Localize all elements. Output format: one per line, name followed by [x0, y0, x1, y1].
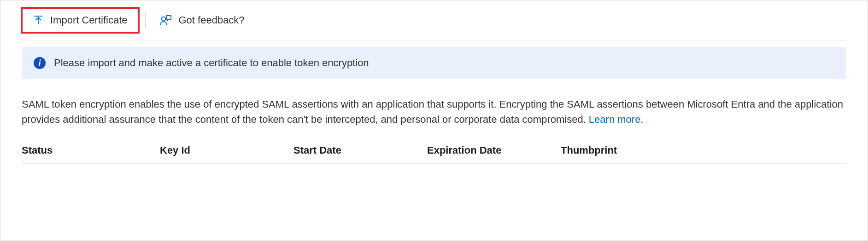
info-icon: i	[34, 57, 46, 69]
import-certificate-highlight: Import Certificate	[21, 7, 140, 34]
description-text: SAML token encryption enables the use of…	[22, 97, 846, 127]
column-header-expiration-date: Expiration Date	[427, 144, 561, 156]
column-header-key-id: Key Id	[160, 144, 293, 156]
feedback-person-icon	[159, 14, 172, 27]
svg-point-2	[161, 17, 165, 21]
import-certificate-label: Import Certificate	[50, 14, 128, 26]
column-header-start-date: Start Date	[293, 144, 427, 156]
info-message-text: Please import and make active a certific…	[54, 57, 369, 69]
learn-more-link[interactable]: Learn more.	[589, 114, 644, 125]
feedback-label: Got feedback?	[179, 14, 245, 26]
toolbar-separator	[145, 12, 146, 29]
column-header-thumbprint: Thumbprint	[561, 144, 846, 156]
command-bar: Import Certificate Got feedback?	[22, 0, 846, 40]
info-message-box: i Please import and make active a certif…	[22, 47, 846, 79]
feedback-button[interactable]: Got feedback?	[151, 9, 253, 31]
token-encryption-panel: Import Certificate Got feedback? i Pleas…	[0, 0, 868, 241]
content-area: i Please import and make active a certif…	[0, 40, 868, 164]
upload-arrow-icon	[33, 15, 44, 26]
description-body: SAML token encryption enables the use of…	[22, 98, 843, 125]
certificates-table-header: Status Key Id Start Date Expiration Date…	[22, 144, 846, 164]
column-header-status: Status	[22, 144, 160, 156]
import-certificate-button[interactable]: Import Certificate	[24, 10, 136, 31]
